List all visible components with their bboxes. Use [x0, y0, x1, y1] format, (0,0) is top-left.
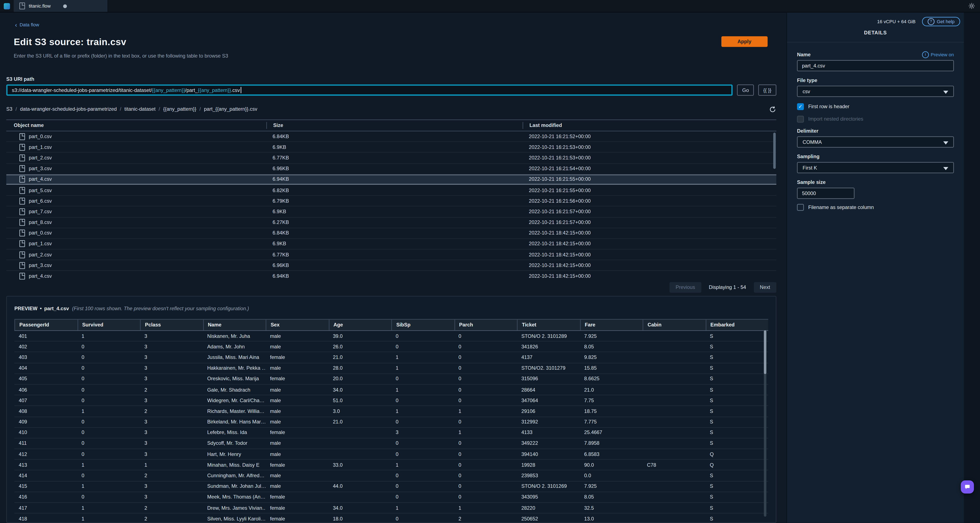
object-name: part_1.csv	[29, 144, 52, 150]
chevron-down-icon	[943, 167, 948, 170]
object-last-modified: 2022-10-21 18:42:15+00:00	[523, 263, 776, 268]
cell-survived: 0	[77, 419, 140, 425]
cell-ticket: 341826	[517, 344, 580, 350]
s3-object-row[interactable]: part_1.csv 6.9KB 2022-10-21 18:42:15+00:…	[6, 239, 776, 250]
breadcrumb-segment[interactable]: titanic-dataset	[117, 106, 156, 112]
back-to-data-flow-link[interactable]: ‹ Data flow	[15, 22, 776, 28]
parameter-braces-button[interactable]: {{ }}	[758, 85, 776, 96]
cell-sex: female	[266, 355, 329, 360]
cell-pclass: 3	[140, 376, 203, 382]
breadcrumb-segment[interactable]: S3	[6, 106, 13, 112]
preview-column-header: Fare	[580, 320, 643, 330]
cell-fare: 25.4667	[580, 430, 643, 435]
cell-age: 34.0	[329, 505, 391, 511]
cell-sex: female	[266, 376, 329, 382]
next-page-button[interactable]: Next	[754, 282, 776, 293]
first-row-header-checkbox[interactable]: ✓ First row is header	[797, 103, 954, 110]
s3-object-row[interactable]: part_0.csv 6.84KB 2022-10-21 16:21:52+00…	[6, 131, 776, 142]
s3-object-row[interactable]: part_2.csv 6.77KB 2022-10-21 16:21:53+00…	[6, 153, 776, 164]
scrollbar-thumb[interactable]	[764, 330, 766, 374]
object-table-scrollbar[interactable]	[773, 132, 776, 278]
checkbox-box[interactable]	[797, 204, 804, 211]
s3-object-row[interactable]: part_8.csv 6.27KB 2022-10-21 16:21:57+00…	[6, 217, 776, 228]
assistant-chat-button[interactable]	[961, 480, 974, 493]
go-button[interactable]: Go	[737, 85, 754, 96]
s3-object-row[interactable]: part_1.csv 6.9KB 2022-10-21 16:21:53+00:…	[6, 142, 776, 153]
name-input[interactable]	[797, 60, 954, 71]
cell-passengerid: 405	[14, 376, 77, 382]
cell-embarked: S	[705, 355, 768, 360]
tab-titanic-flow[interactable]: titanic.flow	[14, 0, 108, 12]
s3-object-row[interactable]: part_6.csv 6.79KB 2022-10-21 16:21:56+00…	[6, 196, 776, 207]
s3-object-row[interactable]: part_4.csv 6.94KB 2022-10-21 18:42:15+00…	[6, 271, 776, 280]
cell-pclass: 2	[140, 387, 203, 393]
cell-passengerid: 411	[14, 440, 77, 446]
file-icon	[19, 187, 25, 194]
cell-ticket: 4133	[517, 430, 580, 435]
cell-name: Lefebre, Miss. Ida	[203, 430, 266, 435]
preview-table-scrollbar[interactable]	[764, 330, 766, 517]
breadcrumb-segment[interactable]: data-wrangler-scheduled-jobs-parametrize…	[13, 106, 117, 112]
sample-size-input[interactable]	[797, 188, 854, 199]
previous-page-button[interactable]: Previous	[669, 282, 702, 293]
cell-survived: 0	[77, 376, 140, 382]
cell-ticket: 343095	[517, 494, 580, 500]
preview-on-link[interactable]: i Preview on	[922, 51, 954, 58]
scrollbar-thumb[interactable]	[773, 132, 776, 169]
filename-column-checkbox[interactable]: Filename as separate column	[797, 204, 954, 211]
s3-object-row[interactable]: part_3.csv 6.96KB 2022-10-21 18:42:15+00…	[6, 260, 776, 271]
cell-passengerid: 414	[14, 473, 77, 478]
column-header-size: Size	[266, 122, 523, 129]
cell-fare: 8.6625	[580, 376, 643, 382]
cell-name: Niskanen, Mr. Juha	[203, 333, 266, 339]
cell-sex: female	[266, 430, 329, 435]
cell-sex: male	[266, 408, 329, 414]
cell-fare: 7.75	[580, 398, 643, 403]
file-type-label: File type	[797, 78, 817, 83]
get-help-label: Get help	[937, 18, 955, 24]
cell-sex: male	[266, 483, 329, 489]
cell-parch: 2	[454, 516, 517, 521]
cell-survived: 1	[77, 516, 140, 521]
cell-ticket: 312992	[517, 419, 580, 425]
cell-fare: 8.05	[580, 344, 643, 350]
s3-object-row[interactable]: part_7.csv 6.9KB 2022-10-21 16:21:57+00:…	[6, 207, 776, 217]
refresh-button[interactable]	[769, 105, 776, 113]
s3-object-row[interactable]: part_5.csv 6.82KB 2022-10-21 16:21:55+00…	[6, 185, 776, 196]
object-size: 6.27KB	[266, 220, 523, 225]
preview-column-header: SibSp	[391, 320, 454, 330]
preview-column-header: Survived	[77, 320, 140, 330]
sampling-select[interactable]: First K	[797, 162, 954, 173]
cell-sex: female	[266, 462, 329, 468]
s3-object-row[interactable]: part_4.csv 6.94KB 2022-10-21 16:21:55+00…	[6, 174, 776, 185]
sample-size-label: Sample size	[797, 179, 826, 185]
breadcrumb-segment[interactable]: part_{{any_pattern}}.csv	[196, 106, 257, 112]
object-last-modified: 2022-10-21 18:42:15+00:00	[523, 273, 776, 279]
checkbox-box[interactable]: ✓	[797, 103, 804, 110]
file-icon	[19, 251, 25, 258]
get-help-button[interactable]: ? Get help	[922, 17, 960, 26]
delimiter-select[interactable]: COMMA	[797, 136, 954, 148]
s3-uri-input[interactable]: s3://data-wrangler-scheduled-jobs-parame…	[6, 85, 733, 96]
cell-ticket: 29106	[517, 408, 580, 414]
object-last-modified: 2022-10-21 16:21:55+00:00	[523, 177, 776, 182]
cell-survived: 0	[77, 398, 140, 403]
apply-button[interactable]: Apply	[721, 36, 768, 46]
object-name: part_0.csv	[29, 134, 52, 139]
file-type-select[interactable]: csv	[797, 86, 954, 97]
s3-object-row[interactable]: part_2.csv 6.77KB 2022-10-21 18:42:15+00…	[6, 250, 776, 260]
object-name: part_0.csv	[29, 230, 52, 236]
text-cursor	[240, 87, 241, 93]
preview-row: 415 1 3 Sundman, Mr. Johan Jul… male 44.…	[14, 482, 768, 492]
cell-name: Silven, Miss. Lyyli Karoli…	[203, 516, 266, 521]
cell-fare: 6.8583	[580, 451, 643, 457]
cell-sibsp: 0	[391, 473, 454, 478]
s3-object-row[interactable]: part_0.csv 6.84KB 2022-10-21 18:42:15+00…	[6, 228, 776, 239]
cell-embarked: S	[705, 419, 768, 425]
settings-gear-icon[interactable]	[967, 2, 976, 10]
cell-sex: male	[266, 473, 329, 478]
s3-object-row[interactable]: part_3.csv 6.96KB 2022-10-21 16:21:54+00…	[6, 164, 776, 174]
breadcrumb-segment[interactable]: {{any_pattern}}	[156, 106, 196, 112]
cell-pclass: 2	[140, 516, 203, 521]
cell-parch: 0	[454, 451, 517, 457]
